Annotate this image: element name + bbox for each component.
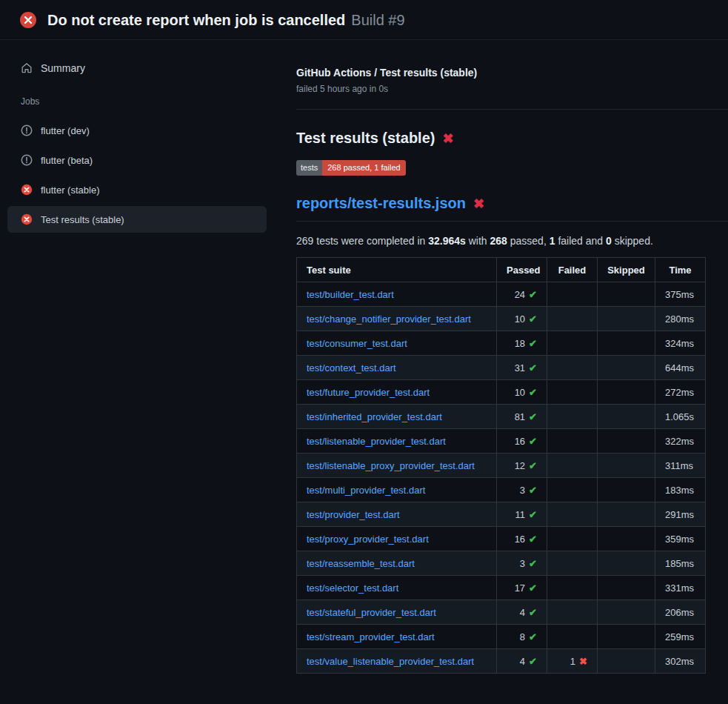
test-suite-link[interactable]: test/listenable_provider_test.dart [307, 436, 446, 447]
passed-count: 16 [515, 534, 525, 545]
test-suite-link[interactable]: test/consumer_test.dart [307, 338, 407, 349]
badge-value: 268 passed, 1 failed [322, 160, 405, 176]
check-icon: ✔ [529, 436, 537, 447]
table-row: test/stream_provider_test.dart 8✔ 259ms [297, 625, 706, 649]
table-row: test/listenable_provider_test.dart 16✔ 3… [297, 429, 706, 454]
test-suite-link[interactable]: test/listenable_proxy_provider_test.dart [307, 460, 475, 471]
check-run-content: GitHub Actions / Test results (stable) f… [274, 40, 728, 674]
passed-count: 3 [520, 485, 525, 496]
passed-count: 4 [520, 656, 525, 667]
check-icon: ✔ [529, 485, 537, 496]
time-value: 359ms [655, 527, 706, 551]
check-run-header: Do not create report when job is cancell… [0, 0, 728, 40]
section-title-row: Test results (stable) ✖ [296, 130, 705, 147]
test-suite-link[interactable]: test/stream_provider_test.dart [307, 631, 435, 642]
job-label: flutter (stable) [41, 185, 99, 196]
duration-value: 32.964s [428, 235, 466, 247]
test-suite-link[interactable]: test/proxy_provider_test.dart [307, 534, 429, 545]
check-icon: ✔ [529, 582, 537, 594]
x-icon: ✖ [579, 656, 587, 667]
passed-count: 16 [515, 436, 525, 447]
column-header-passed: Passed [497, 258, 547, 282]
passed-count: 31 [515, 362, 525, 373]
sidebar-job-flutter-dev[interactable]: flutter (dev) [7, 117, 267, 144]
report-file-link[interactable]: reports/test-results.json [296, 195, 466, 212]
column-header-skipped: Skipped [598, 258, 655, 282]
jobs-list: flutter (dev) flutter (beta) flutter (st… [0, 117, 274, 233]
passed-count: 8 [520, 631, 525, 642]
tests-summary-line: 269 tests were completed in 32.964s with… [296, 235, 705, 247]
column-header-time: Time [655, 258, 706, 282]
time-value: 1.065s [655, 405, 706, 429]
table-row: test/future_provider_test.dart 10✔ 272ms [297, 380, 706, 405]
passed-count: 11 [515, 509, 526, 520]
x-circle-icon [21, 213, 33, 225]
check-icon: ✔ [529, 338, 537, 349]
sidebar-item-summary[interactable]: Summary [7, 56, 267, 80]
failed-total: 1 [550, 235, 555, 247]
time-value: 324ms [655, 331, 706, 356]
table-row: test/context_test.dart 31✔ 644ms [297, 356, 706, 380]
failed-status-icon [19, 11, 37, 29]
results-table-body: test/builder_test.dart 24✔ 375ms test/ch… [297, 282, 706, 674]
passed-count: 18 [515, 338, 525, 349]
run-status-text: failed 5 hours ago in 0s [296, 84, 705, 94]
test-suite-link[interactable]: test/inherited_provider_test.dart [307, 411, 442, 422]
table-row: test/multi_provider_test.dart 3✔ 183ms [297, 478, 706, 502]
sidebar-job-flutter-beta[interactable]: flutter (beta) [7, 147, 267, 173]
test-suite-link[interactable]: test/builder_test.dart [307, 289, 394, 300]
table-row: test/stateful_provider_test.dart 4✔ 206m… [297, 600, 706, 625]
sidebar-summary-label: Summary [41, 62, 85, 74]
passed-total: 268 [490, 235, 507, 247]
table-row: test/inherited_provider_test.dart 81✔ 1.… [297, 405, 706, 429]
test-suite-link[interactable]: test/value_listenable_provider_test.dart [307, 656, 474, 667]
test-suite-link[interactable]: test/future_provider_test.dart [307, 387, 430, 398]
time-value: 322ms [655, 429, 706, 454]
time-value: 311ms [655, 454, 706, 478]
failed-count: 1 [570, 656, 575, 667]
job-label: flutter (beta) [41, 155, 93, 166]
time-value: 272ms [655, 380, 706, 405]
sidebar: Summary Jobs flutter (dev) flutter (beta… [0, 40, 274, 236]
report-heading-row: reports/test-results.json ✖ [296, 195, 728, 222]
table-row: test/builder_test.dart 24✔ 375ms [297, 282, 706, 307]
test-suite-link[interactable]: test/multi_provider_test.dart [307, 485, 425, 496]
sidebar-job-flutter-stable[interactable]: flutter (stable) [7, 176, 267, 203]
cancelled-icon [21, 154, 33, 166]
cross-mark-icon: ✖ [473, 197, 484, 210]
test-suite-link[interactable]: test/reassemble_test.dart [307, 558, 415, 569]
table-header-row: Test suite Passed Failed Skipped Time [297, 258, 706, 282]
sidebar-job-test-results-stable[interactable]: Test results (stable) [7, 206, 267, 233]
column-header-failed: Failed [547, 258, 598, 282]
test-suite-link[interactable]: test/change_notifier_provider_test.dart [307, 313, 471, 325]
breadcrumb: GitHub Actions / Test results (stable) [296, 67, 705, 79]
table-row: test/selector_test.dart 17✔ 331ms [297, 576, 706, 600]
check-icon: ✔ [529, 387, 537, 398]
time-value: 206ms [655, 600, 706, 625]
table-row: test/listenable_proxy_provider_test.dart… [297, 454, 706, 478]
test-suite-link[interactable]: test/selector_test.dart [307, 582, 398, 594]
test-suite-link[interactable]: test/provider_test.dart [307, 509, 400, 520]
check-icon: ✔ [529, 534, 537, 545]
column-header-test-suite: Test suite [297, 258, 497, 282]
passed-count: 24 [515, 289, 525, 300]
table-row: test/change_notifier_provider_test.dart … [297, 307, 706, 331]
check-icon: ✔ [529, 631, 537, 642]
home-icon [21, 62, 33, 74]
section-title: Test results (stable) [296, 130, 435, 147]
cross-mark-icon: ✖ [442, 132, 453, 145]
time-value: 183ms [655, 478, 706, 502]
test-suite-link[interactable]: test/stateful_provider_test.dart [307, 607, 436, 618]
x-circle-icon [21, 184, 33, 196]
test-suite-link[interactable]: test/context_test.dart [307, 362, 396, 373]
badge-label: tests [296, 160, 322, 176]
jobs-heading: Jobs [21, 96, 274, 107]
check-icon: ✔ [529, 460, 537, 471]
check-icon: ✔ [529, 558, 537, 569]
time-value: 259ms [655, 625, 706, 649]
table-row: test/proxy_provider_test.dart 16✔ 359ms [297, 527, 706, 551]
passed-count: 10 [515, 313, 525, 325]
time-value: 375ms [655, 282, 706, 307]
passed-count: 4 [520, 607, 525, 618]
table-row: test/consumer_test.dart 18✔ 324ms [297, 331, 706, 356]
